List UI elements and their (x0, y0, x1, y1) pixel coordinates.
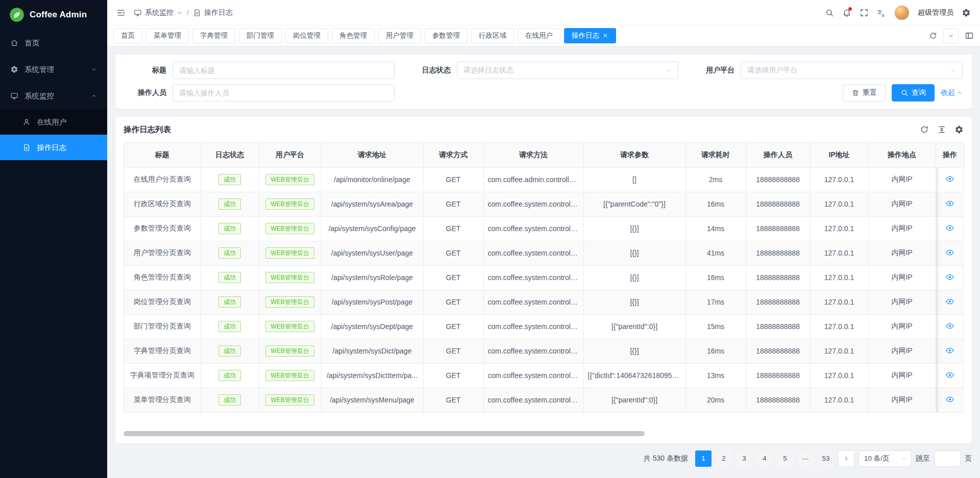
view-detail-eye-icon[interactable] (945, 223, 954, 233)
tab[interactable]: 岗位管理 (285, 28, 328, 43)
platform-badge: WEB管理后台 (265, 370, 314, 381)
collapse-link[interactable]: 收起 (941, 88, 963, 97)
reset-button[interactable]: 重置 (843, 84, 886, 102)
tab[interactable]: 字典管理 (192, 28, 235, 43)
tab[interactable]: 首页 (113, 28, 142, 43)
cell-action (936, 216, 964, 241)
sidebar-item-operation-log[interactable]: 操作日志 (0, 135, 107, 160)
tab[interactable]: 操作日志 (564, 28, 616, 43)
notification-bell-icon[interactable] (842, 8, 851, 17)
username[interactable]: 超级管理员 (918, 8, 953, 17)
column-settings-gear-icon[interactable] (954, 125, 964, 134)
cell-action (936, 192, 964, 216)
view-detail-eye-icon[interactable] (945, 370, 954, 380)
cell-request-function: com.coffee.admin.controller... (483, 167, 583, 192)
cell-request-function: com.coffee.system.controlle... (483, 192, 583, 216)
view-detail-eye-icon[interactable] (945, 297, 954, 306)
tab-close-icon[interactable] (602, 33, 608, 39)
filter-operator-input[interactable] (173, 84, 395, 102)
tab-label: 操作日志 (572, 31, 599, 40)
column-header: 操作 (936, 143, 964, 167)
tab[interactable]: 用户管理 (378, 28, 421, 43)
cell-action (936, 167, 964, 192)
page-button[interactable]: 2 (716, 450, 732, 467)
table-tools (920, 125, 964, 134)
cell-duration: 14ms (685, 216, 746, 241)
jump-page-input[interactable] (934, 450, 961, 467)
view-detail-eye-icon[interactable] (945, 248, 954, 257)
settings-gear-icon[interactable] (962, 8, 971, 17)
cell-request-method: GET (423, 265, 483, 290)
breadcrumb-item-operation-log[interactable]: 操作日志 (193, 8, 233, 17)
tab[interactable]: 菜单管理 (146, 28, 189, 43)
cell-title: 菜单管理分页查询 (124, 388, 201, 412)
sidebar: Coffee Admin 首页 系统管理 系统监控 在线用户 (0, 0, 107, 478)
tab[interactable]: 参数管理 (425, 28, 468, 43)
cell-status: 成功 (201, 241, 259, 265)
page-size-value: 10 条/页 (864, 454, 890, 463)
pagination: 共 530 条数据 1 2 3 4 5 ⋯ 53 10 条/ (115, 450, 972, 467)
tab-options-chevron-icon[interactable] (943, 28, 959, 43)
tab[interactable]: 部门管理 (239, 28, 282, 43)
page-button[interactable]: 53 (818, 450, 834, 467)
filter-platform-label: 用户平台 (693, 66, 734, 75)
search-icon[interactable] (825, 8, 834, 17)
filter-status-select[interactable]: 请选择日志状态 (457, 62, 679, 79)
chevron-right-icon (843, 456, 849, 462)
horizontal-scrollbar-thumb[interactable] (124, 431, 645, 436)
filter-title-input[interactable] (173, 62, 395, 79)
view-detail-eye-icon[interactable] (945, 321, 954, 331)
cell-status: 成功 (201, 167, 259, 192)
page-size-select[interactable]: 10 条/页 (859, 450, 912, 467)
chevron-down-icon (91, 66, 97, 72)
cell-request-method: GET (423, 290, 483, 314)
page-button[interactable]: 3 (736, 450, 752, 467)
view-detail-eye-icon[interactable] (945, 174, 954, 184)
view-detail-eye-icon[interactable] (945, 346, 954, 355)
search-button[interactable]: 查询 (892, 84, 935, 102)
brand[interactable]: Coffee Admin (0, 0, 107, 30)
tab[interactable]: 行政区域 (471, 28, 514, 43)
tab[interactable]: 角色管理 (332, 28, 375, 43)
cell-request-url: /api/system/sysPost/page (321, 290, 423, 314)
view-detail-eye-icon[interactable] (945, 272, 954, 282)
column-header: 请求耗时 (685, 143, 746, 167)
page-button[interactable]: 5 (777, 450, 793, 467)
filter-operator-label: 操作人员 (125, 88, 166, 97)
cell-location: 内网IP (868, 290, 936, 314)
row-density-icon[interactable] (937, 125, 946, 134)
column-header: 操作人员 (746, 143, 810, 167)
cell-title: 部门管理分页查询 (124, 314, 201, 339)
column-header: 请求地址 (321, 143, 423, 167)
refresh-icon[interactable] (920, 125, 929, 134)
page-button[interactable]: ⋯ (797, 450, 814, 467)
search-button-label: 查询 (912, 88, 926, 97)
cell-request-url: /api/system/sysUser/page (321, 241, 423, 265)
page-button[interactable]: 4 (756, 450, 773, 467)
next-page-button[interactable] (838, 450, 854, 467)
status-badge: 成功 (218, 345, 241, 357)
filter-platform-select[interactable]: 请选择用户平台 (741, 62, 963, 79)
platform-badge: WEB管理后台 (265, 345, 314, 357)
refresh-icon[interactable] (929, 32, 937, 40)
layout-icon[interactable] (965, 31, 974, 40)
view-detail-eye-icon[interactable] (945, 199, 954, 208)
sidebar-item-system-management[interactable]: 系统管理 (0, 56, 107, 83)
avatar[interactable] (894, 5, 910, 20)
page-button[interactable]: 1 (695, 450, 712, 467)
cell-operator: 18888888888 (746, 216, 810, 241)
view-detail-eye-icon[interactable] (945, 395, 954, 404)
fullscreen-icon[interactable] (860, 8, 869, 17)
translate-icon[interactable] (877, 8, 886, 17)
sidebar-item-label: 首页 (24, 38, 97, 48)
sidebar-item-online-users[interactable]: 在线用户 (0, 109, 107, 135)
sidebar-item-home[interactable]: 首页 (0, 30, 107, 56)
tab[interactable]: 在线用户 (518, 28, 560, 43)
sidebar-item-system-monitor[interactable]: 系统监控 (0, 83, 107, 109)
table-row: 岗位管理分页查询 成功 WEB管理后台 /api/system/sysPost/… (124, 290, 964, 314)
menu-fold-icon[interactable] (116, 8, 126, 17)
tab-label: 首页 (121, 31, 135, 40)
main-area: 系统监控 / 操作日志 超级管理员 (107, 0, 980, 478)
breadcrumb: 系统监控 / 操作日志 (134, 8, 233, 17)
breadcrumb-item-monitor[interactable]: 系统监控 (134, 8, 183, 17)
